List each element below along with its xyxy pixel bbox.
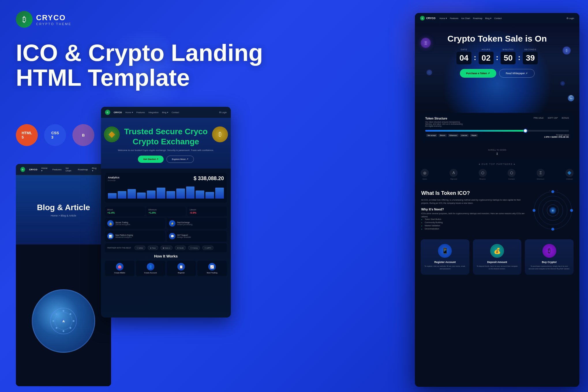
- exchange-nav-contact[interactable]: Contact: [172, 111, 179, 114]
- bolt-icon: ⚡: [169, 220, 175, 227]
- bar-4: [137, 193, 146, 199]
- feature-portfolio-text: New Platform DeployAdvanced analytics: [115, 234, 133, 238]
- deposit-step-icon: 💰: [494, 247, 501, 254]
- buy-crypto-card: ₿ Buy Crypto! To purchase cryptocurrency…: [525, 239, 574, 275]
- exchange-nav: C CRYCO Home ▾ Features Integration Blog…: [101, 107, 231, 118]
- blog-nav-link-chart[interactable]: Ice Chart: [65, 167, 74, 172]
- exchange-hero: 🔶 ₿ Trusted Secure Cryco Crypto Exchange…: [101, 118, 231, 169]
- feature-fast: ⚡ Fast ExchangeInstant processing: [167, 218, 227, 229]
- deposit-amount-desc: To deposit funds, log in to your account…: [476, 265, 518, 270]
- blog-nav-link-home[interactable]: Home ▾: [41, 167, 48, 172]
- partner-naar: ◈ Naar: [148, 246, 158, 250]
- feature-portfolio: 📊 New Platform DeployAdvanced analytics: [105, 231, 165, 242]
- float-coin-4: [560, 81, 565, 86]
- count-seconds: SECONDS 39: [523, 48, 538, 64]
- feature-support: 💬 24/7 SupportAlways available: [167, 231, 227, 242]
- exchange-nav-integration[interactable]: Integration: [148, 111, 158, 114]
- buy-step-icon: ₿: [548, 248, 551, 254]
- partner-arbitrum: 🔷 Arbitrum: [565, 169, 574, 180]
- raised-value: 1 ETH = $1000= 3721.38 CIC: [544, 136, 569, 138]
- token-nav-ice-chart[interactable]: Ice Chart: [461, 17, 470, 20]
- svg-point-8: [56, 327, 57, 329]
- explore-more-button[interactable]: Explore More ↗: [166, 156, 194, 163]
- svg-text:+: +: [552, 210, 554, 212]
- svg-point-19: [570, 209, 573, 212]
- blog-panel-nav: C CRYCO Home ▾ Features Ice Chart Roadma…: [16, 164, 111, 175]
- token-nav-home[interactable]: Home ▾: [439, 17, 447, 20]
- feature-fast-text: Fast ExchangeInstant processing: [177, 221, 192, 225]
- progress-thumb: [523, 129, 527, 133]
- raised-label: 70 target raised: [544, 134, 569, 136]
- step-register-label: Register: [168, 272, 195, 274]
- token-nav-links: Home ▾ Features Ice Chart Roadmap Blog ▾…: [439, 17, 562, 20]
- label-softcap: SOFT CAP: [548, 117, 558, 127]
- what-is-ico-text: What Is Token ICO? An ICO, or Initial Co…: [421, 190, 528, 231]
- token-hero-title: Crypto Token Sale is On: [424, 33, 571, 44]
- blog-nav-link-roadmap[interactable]: Roadmap: [78, 168, 88, 171]
- token-hero-buttons: Purchase a Token ↗ Read Whitepaper ↗: [424, 69, 571, 78]
- buy-crypto-title: Buy Crypto!: [528, 261, 570, 264]
- bar-9: [186, 186, 195, 199]
- why-title: Why It's Need?: [421, 208, 528, 211]
- count-minutes-val: 50: [501, 52, 516, 64]
- token-nav-features[interactable]: Features: [450, 17, 458, 20]
- purchase-token-button[interactable]: Purchase a Token ↗: [460, 69, 496, 78]
- scroll-down: SCROLL TO DOWN ⬇: [415, 146, 579, 159]
- bar-5: [147, 191, 156, 199]
- exchange-nav-login[interactable]: ⚙ Login: [219, 111, 227, 114]
- step-start-trading: 📈 Start Trading: [197, 261, 227, 276]
- register-icon: 📋: [177, 263, 185, 270]
- read-whitepaper-button[interactable]: Read Whitepaper ↗: [499, 69, 535, 78]
- token-nav-login[interactable]: ⚙ Login: [566, 17, 574, 20]
- analytics-title: Analytics: [108, 176, 119, 179]
- tech-badges: HTML5 CSS3 B: [16, 124, 94, 146]
- count-sep-3: :: [518, 53, 520, 62]
- what-is-ico-desc: An ICO, or Initial Coin Offering, is a f…: [421, 199, 528, 205]
- exchange-nav-home[interactable]: Home ▾: [126, 111, 133, 114]
- step-wallet-label: Create Wallet: [106, 272, 133, 274]
- register-deposit-buy-section: 📱 Register Account To register, visit ou…: [415, 235, 579, 279]
- count-minutes: MINUTES 50: [501, 48, 516, 64]
- how-it-works-title: How It Works: [105, 254, 227, 258]
- partners-label: PARTNER WITH THE BEST: [107, 247, 131, 249]
- accept-litecoin: Litecoin: [460, 134, 469, 137]
- count-seconds-val: 39: [523, 52, 538, 64]
- token-accept: We accept Bitcoin Ethereum Litecoin Ripp…: [425, 134, 478, 138]
- get-started-button[interactable]: Get Started ↗: [138, 156, 163, 163]
- partner-wbtc: ⬡ wBTC: [202, 246, 214, 250]
- step-register: 📋 Register: [167, 261, 196, 276]
- why-point-4: Decentralization: [421, 228, 528, 230]
- blog-nav-link-blog[interactable]: Blog ▾: [92, 167, 98, 172]
- token-nav: C CRYCO Home ▾ Features Ice Chart Roadma…: [415, 13, 579, 23]
- steps-row: 👛 Create Wallet 👤 Create Account 📋 Regis…: [105, 261, 227, 276]
- brand-area: ₿ CRYCO CRYPTO THEME: [16, 11, 72, 28]
- scroll-arrow: ⬇: [418, 152, 576, 156]
- cardano-icon: ⬡: [508, 169, 516, 177]
- analytics-card: Analytics Exchange $ 338,088.20: [105, 173, 227, 203]
- feature-row-1: 🔒 Secure Trading256-bit encryption ⚡ Fas…: [105, 218, 227, 229]
- blog-breadcrumb: Home > Blog & Article: [51, 214, 76, 217]
- badge-html: HTML5: [16, 124, 38, 146]
- token-structure-labels: PRE-SALE SOFT CAP BONUS: [534, 117, 569, 127]
- blog-nav-link-features[interactable]: Features: [53, 168, 62, 171]
- token-nav-blog[interactable]: Blog ▾: [485, 17, 491, 20]
- token-nav-brand-name: CRYCO: [426, 17, 435, 20]
- svg-point-5: [73, 320, 74, 322]
- svg-point-4: [53, 320, 54, 322]
- panel-exchange: C CRYCO Home ▾ Features Integration Blog…: [101, 107, 231, 318]
- svg-point-6: [56, 313, 57, 315]
- count-hours: HOURS 02: [479, 48, 494, 64]
- token-nav-contact[interactable]: Contact: [494, 17, 502, 20]
- token-structure-desc: Our token structure ensures transparency…: [425, 121, 463, 127]
- chart-icon: 📊: [107, 233, 114, 239]
- exchange-hero-content: Trusted Secure Cryco Crypto Exchange Wel…: [110, 126, 222, 163]
- token-hero: Ξ ₿ C Crypto Token Sale is On DATE 04 : …: [415, 23, 579, 113]
- deposit-amount-title: Deposit Amount: [476, 261, 518, 264]
- token-progress-bar: [425, 130, 569, 132]
- brand-subtitle: CRYPTO THEME: [36, 22, 72, 26]
- why-point-1: Token Start Button: [421, 218, 528, 220]
- token-nav-roadmap[interactable]: Roadmap: [473, 17, 482, 20]
- exchange-nav-features[interactable]: Features: [136, 111, 145, 114]
- exchange-nav-blog[interactable]: Blog ▾: [162, 111, 168, 114]
- accept-ripple: Ripple: [470, 134, 478, 137]
